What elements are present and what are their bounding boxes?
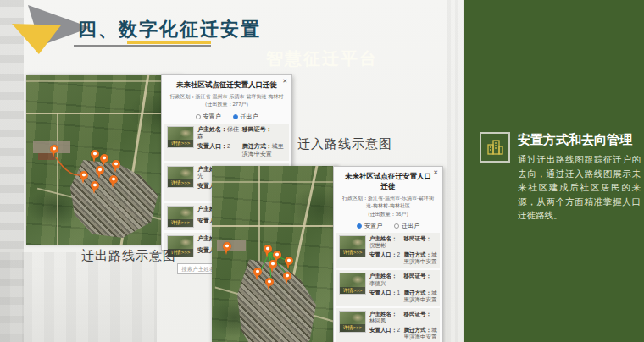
detail-link[interactable]: 详情>>> — [168, 140, 193, 147]
map-pin-icon[interactable] — [91, 181, 100, 195]
household-list: 详情>>> 户主姓名：倪世彬 移民证号： 安置人口：2 腾迁方式：城里滨海中安置… — [334, 233, 442, 342]
radio-dot-icon[interactable] — [357, 223, 362, 229]
field-people-count: 安置人口：1 — [369, 290, 402, 303]
feature-heading: 安置方式和去向管理 — [518, 132, 641, 148]
radio-moved-out[interactable]: 迁出户 — [233, 113, 258, 121]
label-move-in-routes: 迁入路线示意图 — [297, 136, 392, 152]
field-relocation-method: 腾迁方式：城里滨海中安置 — [404, 251, 437, 265]
map-pin-icon[interactable] — [283, 272, 292, 285]
field-people-count: 安置人口：2 — [197, 143, 240, 158]
watermark-cityscape — [0, 252, 157, 342]
feature-card: 安置方式和去向管理 通过迁出路线图跟踪征迁户的去向，通过迁入路线图展示未来社区建… — [480, 132, 641, 223]
title-underline-gray — [74, 45, 211, 47]
household-type-radios: 安置户 迁出户 — [162, 109, 291, 124]
radio-resettled[interactable]: 安置户 — [196, 113, 221, 121]
house-photo-thumbnail[interactable]: 详情>>> — [167, 126, 194, 148]
field-people-count: 安置人口：2 — [369, 327, 402, 340]
detail-link[interactable]: 详情>>> — [340, 249, 365, 256]
close-icon[interactable]: ✕ — [282, 78, 287, 84]
household-row[interactable]: 详情>>> 户主姓名：倪世彬 移民证号： 安置人口：2 腾迁方式：城里滨海中安置 — [336, 233, 440, 268]
map-pin-icon[interactable] — [264, 245, 273, 258]
field-owner-name: 户主姓名：保佳森 — [197, 126, 240, 141]
map-pin-icon[interactable] — [112, 160, 121, 174]
map-pin-icon[interactable] — [80, 171, 89, 185]
house-photo-thumbnail[interactable]: 详情>>> — [167, 166, 194, 188]
pin-layer-move-in — [212, 166, 339, 342]
map-pin-icon[interactable] — [253, 268, 263, 281]
detail-link[interactable]: 详情>>> — [340, 324, 365, 332]
popup-title: 未来社区试点征迁安置人口迁徙 — [162, 75, 291, 93]
map-pin-icon[interactable] — [223, 242, 232, 256]
count-line: （迁出数量：277户） — [162, 101, 291, 108]
count-line: （迁出数量：36户） — [334, 211, 442, 218]
region-line: 行政区划：浙江省-温州市-乐清市-翁垟街道-梅林村-梅林社区 — [334, 195, 442, 211]
radio-resettled[interactable]: 安置户 — [357, 222, 382, 230]
household-row[interactable]: 详情>>> 户主姓名：保佳森 移民证号： 安置人口：2 腾迁方式：城里滨海中安置 — [164, 124, 289, 161]
field-owner-name: 户主姓名：李德兴 — [369, 273, 402, 286]
slide-canvas: 四、数字化征迁安置 — [0, 0, 644, 342]
platform-title: 智慧征迁平台 — [0, 47, 644, 70]
house-photo-thumbnail[interactable]: 详情>>> — [339, 235, 366, 257]
popup-title: 未来社区试点征迁安置人口迁徙 — [334, 167, 442, 195]
page-title: 四、数字化征迁安置 — [78, 17, 261, 42]
map-pin-icon[interactable] — [91, 150, 100, 163]
buildings-icon — [480, 132, 510, 163]
house-photo-thumbnail[interactable]: 详情>>> — [339, 273, 366, 295]
map-pin-icon[interactable] — [96, 166, 105, 179]
map-pin-icon[interactable] — [285, 256, 294, 270]
radio-dot-icon[interactable] — [394, 223, 399, 229]
field-cert-no: 移民证号： — [404, 273, 437, 286]
radio-dot-icon[interactable] — [233, 114, 238, 119]
field-cert-no: 移民证号： — [242, 126, 286, 141]
satellite-map-move-in[interactable] — [212, 166, 339, 342]
map-pin-icon[interactable] — [265, 278, 275, 291]
map-pin-icon[interactable] — [109, 175, 119, 189]
map-pin-icon[interactable] — [50, 145, 59, 158]
close-icon[interactable]: ✕ — [433, 169, 438, 175]
field-relocation-method: 腾迁方式：城里滨海中安置 — [404, 290, 437, 303]
field-owner-name: 户主姓名：林回凤 — [369, 311, 402, 324]
house-photo-thumbnail[interactable]: 详情>>> — [167, 206, 194, 228]
field-people-count: 安置人口：2 — [369, 251, 402, 265]
house-photo-thumbnail[interactable]: 详情>>> — [339, 311, 366, 333]
field-relocation-method: 腾迁方式：城里滨海中安置 — [242, 143, 286, 158]
field-cert-no: 移民证号： — [404, 311, 437, 324]
household-type-radios: 安置户 迁出户 — [334, 218, 442, 233]
household-row[interactable]: 详情>>> 户主姓名：李德兴 移民证号： 安置人口：1 腾迁方式：城里滨海中安置 — [336, 270, 440, 306]
pin-layer-move-out — [26, 75, 183, 245]
radio-dot-icon[interactable] — [196, 114, 201, 119]
feature-body: 通过迁出路线图跟踪征迁户的去向，通过迁入路线图展示未来社区建成后社区居民的来源，… — [518, 152, 641, 223]
label-move-out-routes: 迁出路线示意图 — [81, 248, 176, 264]
detail-link[interactable]: 详情>>> — [168, 219, 193, 227]
field-relocation-method: 腾迁方式：城里滨海中安置 — [404, 327, 437, 340]
map-pin-icon[interactable] — [269, 260, 278, 273]
field-cert-no: 移民证号： — [404, 235, 437, 249]
radio-moved-out[interactable]: 迁出户 — [394, 222, 419, 230]
region-line: 行政区划：浙江省-温州市-乐清市-翁垟街道-梅林村 — [162, 93, 291, 101]
field-owner-name: 户主姓名：倪世彬 — [369, 235, 402, 249]
household-row[interactable]: 详情>>> 户主姓名：林回凤 移民证号： 安置人口：2 腾迁方式：城里滨海中安置 — [336, 308, 440, 342]
satellite-map-move-out[interactable] — [26, 75, 183, 245]
popup-move-in: ✕ 未来社区试点征迁安置人口迁徙 行政区划：浙江省-温州市-乐清市-翁垟街道-梅… — [333, 166, 443, 342]
title-underline-yellow — [127, 41, 211, 44]
detail-link[interactable]: 详情>>> — [340, 287, 365, 295]
detail-link[interactable]: 详情>>> — [168, 179, 193, 187]
